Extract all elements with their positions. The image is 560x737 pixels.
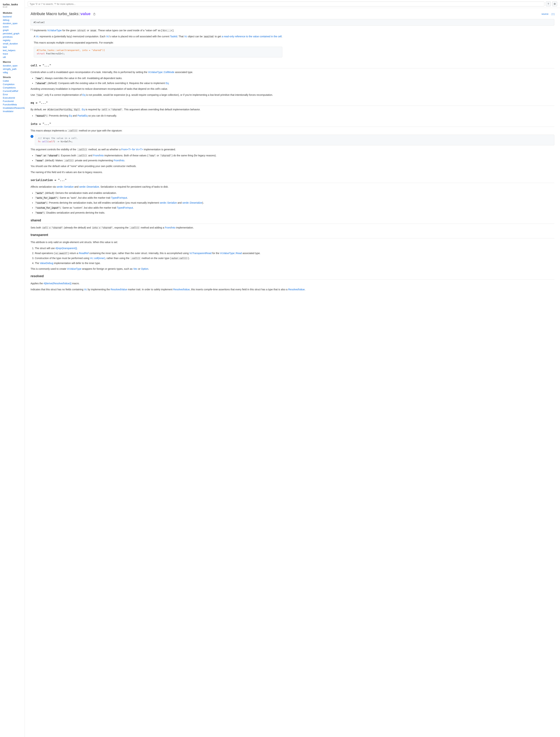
into-info-block: i /// Wraps the value in a cell. fn cell…: [31, 135, 554, 145]
search-input[interactable]: [28, 2, 544, 6]
sidebar-item-completion[interactable]: Completion: [0, 83, 25, 86]
serde-deserialize-link-2[interactable]: serde::Deserialize: [182, 201, 202, 204]
sidebar-item-test_helpers[interactable]: test_helpers: [0, 49, 25, 52]
read-ref-link[interactable]: ReadRef: [79, 252, 89, 255]
partial-eq-link[interactable]: PartialEq: [77, 114, 88, 117]
cell-para2: Avoiding unnecessary invalidation is imp…: [31, 87, 554, 91]
sidebar-item-debug[interactable]: debug: [0, 18, 25, 22]
resolved-value-link-2[interactable]: ResolvedValue: [173, 288, 190, 291]
transparent-item-1: The struct will use #[repr(transparent)]…: [35, 246, 554, 251]
from-link-1[interactable]: From: [93, 154, 99, 157]
sidebar-item-duration_span-macro[interactable]: duration_span: [0, 64, 25, 67]
from-link-2[interactable]: From: [114, 159, 120, 162]
transparent-item-3: Construction of the type must be perform…: [35, 256, 554, 260]
typed-for-input-link-1[interactable]: TypedForInput: [111, 196, 127, 199]
intro-para1: Implements VcValueType for the given str…: [34, 28, 282, 32]
sidebar-item-vdbg[interactable]: vdbg: [0, 71, 25, 74]
section-heading-transparent: transparent: [31, 233, 554, 237]
section-eq-para1: By default, we #[derive(PartialEq, Eq)].…: [31, 107, 554, 111]
serial-bullet-none: "none": Disables serialization and preve…: [35, 211, 554, 215]
sidebar-item-registry[interactable]: registry: [0, 39, 25, 42]
cell-bullet-shared: "shared" (default): Compares with the ex…: [35, 81, 554, 85]
page-title-prefix: Attribute Macro turbo_tasks::: [31, 12, 80, 16]
vc-cell-inner-link[interactable]: Vc::cell(inner): [90, 257, 105, 260]
sidebar-section-modules: Modules: [0, 10, 25, 15]
vc-link-resolved[interactable]: Vc: [84, 288, 87, 291]
source-link[interactable]: source: [542, 13, 548, 15]
into-link-1[interactable]: Into: [99, 154, 104, 157]
sidebar-item-duration_span[interactable]: duration_span: [0, 22, 25, 25]
resolved-value-link-3[interactable]: ResolvedValue: [288, 288, 305, 291]
resolved-value-link-1[interactable]: ResolvedValue: [111, 288, 127, 291]
vc-value-type-link-2[interactable]: VcValueType: [67, 267, 81, 270]
section-into-para1: This macro always implements a .cell() m…: [31, 129, 554, 133]
sidebar-item-error[interactable]: Error: [0, 93, 25, 96]
help-button[interactable]: ?: [546, 1, 551, 6]
minus-link[interactable]: [−]: [552, 13, 554, 15]
attr-display: #[value]: [31, 19, 554, 26]
clipboard-icon[interactable]: [93, 13, 96, 15]
vc-link-1[interactable]: Vc: [36, 35, 39, 38]
from-link-3[interactable]: From: [165, 226, 171, 229]
sidebar-item-primitives[interactable]: primitives: [0, 35, 25, 39]
vc-value-type-read-link[interactable]: VcValueType::Read: [220, 252, 242, 255]
sidebar-item-cellid[interactable]: CellId: [0, 79, 25, 83]
info-icon: i: [31, 135, 33, 138]
page-title: Attribute Macro turbo_tasks::value: [31, 12, 96, 16]
into-link-2[interactable]: Into: [120, 159, 124, 162]
sidebar-item-invalidationreasonset[interactable]: InvalidationReasonSet: [0, 106, 25, 110]
eq-link-2[interactable]: Eq: [82, 93, 85, 96]
option-link[interactable]: Option: [141, 267, 148, 270]
task-id-link[interactable]: TaskId: [170, 35, 177, 38]
sidebar-item-functionid[interactable]: FunctionId: [0, 99, 25, 103]
vc-link-3[interactable]: Vc: [184, 35, 187, 38]
vc-link-2[interactable]: Vc: [106, 35, 109, 38]
section-cell-para1: Controls when a cell is invalidated upon…: [31, 70, 554, 74]
repr-transparent-link[interactable]: #[repr(transparent)]: [55, 247, 77, 250]
sidebar-item-persisted_graph[interactable]: persisted_graph: [0, 32, 25, 35]
sidebar-item-event[interactable]: event: [0, 25, 25, 28]
read-only-link[interactable]: a read-only reference to the value conta…: [222, 35, 282, 38]
vc-transparent-read-link[interactable]: VcTransparentRead: [189, 252, 212, 255]
sidebar-item-trace[interactable]: trace: [0, 52, 25, 55]
serial-bullet-custom: "custom": Prevents deriving the serializ…: [35, 201, 554, 205]
sidebar-item-currentcellref[interactable]: CurrentCellRef: [0, 89, 25, 93]
sidebar-item-small_duration[interactable]: small_duration: [0, 42, 25, 45]
value-debug-link[interactable]: ValueDebug: [40, 262, 53, 265]
sidebar-item-completions[interactable]: Completions: [0, 86, 25, 89]
sidebar-item-invalidator[interactable]: Invalidator: [0, 110, 25, 113]
into-bullet-none: "none" (default): Makes .cell() private …: [35, 158, 554, 163]
settings-button[interactable]: ⚙: [552, 1, 557, 6]
serde-deserialize-link[interactable]: serde::Deserialize: [79, 185, 99, 188]
page-title-value: value: [80, 12, 90, 16]
into-link-3[interactable]: Into: [171, 226, 175, 229]
serde-serialize-link[interactable]: serde::Serialize: [56, 185, 74, 188]
source-links: source · [−]: [542, 13, 554, 15]
derive-resolved-value-link[interactable]: #[derive(ResolvedValue)]: [44, 282, 71, 285]
shared-separator: [31, 224, 554, 224]
section-heading-resolved: resolved: [31, 274, 554, 278]
typed-for-input-link-2[interactable]: TypedForInput: [117, 206, 133, 209]
sidebar-item-task[interactable]: task: [0, 45, 25, 49]
sidebar-item-backend[interactable]: backend: [0, 15, 25, 18]
vec-link[interactable]: Vec: [133, 267, 137, 270]
eq-bullets: "manual": Prevents deriving Eq and Parti…: [35, 114, 554, 118]
sidebar-item-executionid[interactable]: ExecutionId: [0, 96, 25, 99]
eq-link-3[interactable]: Eq: [82, 108, 85, 111]
eq-link-4[interactable]: Eq: [69, 114, 72, 117]
intro-para3: This macro accepts multiple comma-separa…: [34, 41, 282, 45]
cell-bullets: "new": Always overrides the value in the…: [35, 76, 554, 85]
sidebar-item-stringify_path[interactable]: stringify_path: [0, 67, 25, 71]
sidebar-item-functionmeta[interactable]: FunctionMeta: [0, 103, 25, 106]
serde-serialize-link-2[interactable]: serde::Serialize: [160, 201, 177, 204]
vc-value-type-cell-mode-link[interactable]: VcValueType::CellMode: [148, 71, 174, 74]
section-heading-eq: eq = "...": [31, 101, 554, 106]
section-heading-shared: shared: [31, 219, 554, 222]
into-code-block: /// Wraps the value in a cell. fn cell(s…: [35, 135, 554, 145]
from-vc-t-link[interactable]: From<T> for Vc<T>: [121, 148, 143, 151]
collapse-toggle[interactable]: [−]: [31, 28, 33, 31]
eq-link-1[interactable]: Eq: [166, 82, 169, 85]
sidebar-item-graph[interactable]: graph: [0, 28, 25, 32]
vc-value-type-link[interactable]: VcValueType: [47, 29, 62, 32]
sidebar-item-util[interactable]: util: [0, 55, 25, 59]
